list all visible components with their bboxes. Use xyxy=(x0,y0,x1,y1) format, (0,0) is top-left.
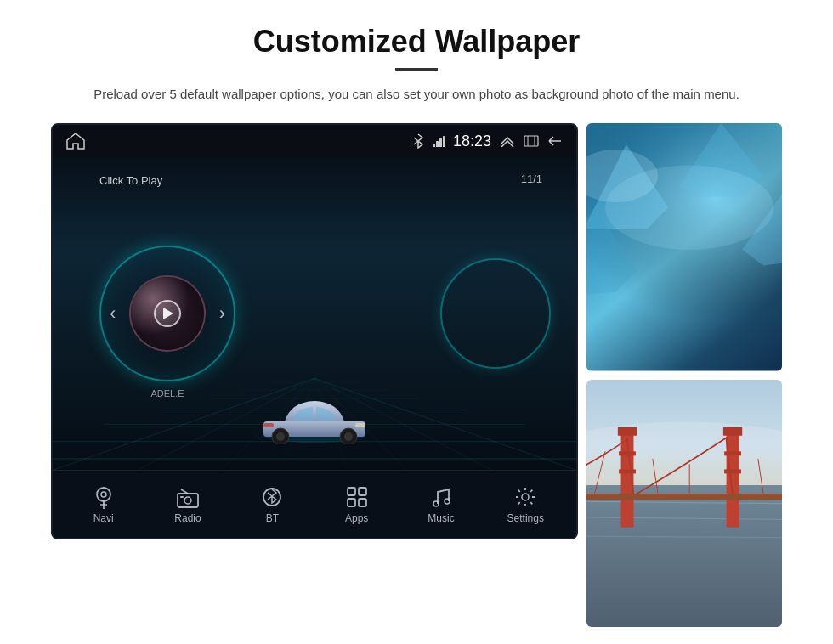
album-art[interactable] xyxy=(129,275,206,352)
svg-rect-38 xyxy=(180,496,184,498)
status-left xyxy=(66,133,85,150)
wallpaper-thumb-bridge[interactable] xyxy=(586,380,782,628)
nav-item-apps[interactable]: Apps xyxy=(327,485,387,524)
svg-rect-64 xyxy=(723,427,742,435)
artist-label: ADEL.E xyxy=(150,388,184,398)
svg-point-28 xyxy=(344,432,353,441)
album-art-inner xyxy=(131,277,204,350)
settings-icon xyxy=(513,485,537,509)
settings-label: Settings xyxy=(507,512,544,524)
svg-rect-35 xyxy=(178,494,198,507)
wallpaper-thumb-ice[interactable] xyxy=(586,123,782,371)
title-divider xyxy=(395,68,438,71)
page-description: Preload over 5 default wallpaper options… xyxy=(94,84,740,105)
home-icon xyxy=(66,133,85,150)
bottom-nav: Navi Radio xyxy=(53,470,576,538)
car-screen: 18:23 xyxy=(51,123,578,539)
back-icon xyxy=(547,135,563,147)
status-right: 18:23 xyxy=(412,133,563,150)
nav-item-radio[interactable]: Radio xyxy=(158,485,218,524)
svg-point-31 xyxy=(97,488,110,501)
svg-rect-2 xyxy=(439,138,442,147)
date-display: 11/1 xyxy=(521,172,542,185)
svg-rect-67 xyxy=(619,469,636,473)
svg-point-26 xyxy=(276,432,285,441)
svg-rect-1 xyxy=(436,141,439,147)
svg-rect-62 xyxy=(727,432,740,528)
right-circle xyxy=(440,258,551,369)
click-to-play-label: Click To Play xyxy=(99,174,162,187)
svg-rect-66 xyxy=(724,451,741,455)
car-svg xyxy=(255,389,374,444)
play-button[interactable] xyxy=(154,300,181,327)
music-label: Music xyxy=(428,512,454,524)
apps-label: Apps xyxy=(345,512,368,524)
car-silhouette xyxy=(255,389,374,444)
window-icon xyxy=(524,135,539,147)
svg-rect-41 xyxy=(359,488,366,495)
svg-point-46 xyxy=(522,494,529,500)
bluetooth-status-icon xyxy=(412,133,424,149)
bt-icon xyxy=(260,485,284,509)
svg-rect-29 xyxy=(355,423,366,427)
status-bar: 18:23 xyxy=(53,125,576,157)
nav-item-navi[interactable]: Navi xyxy=(74,485,133,524)
navi-icon xyxy=(92,485,116,509)
nav-item-bt[interactable]: BT xyxy=(242,485,302,524)
svg-rect-69 xyxy=(586,493,782,499)
bt-label: BT xyxy=(266,512,279,524)
radio-label: Radio xyxy=(174,512,201,524)
navi-label: Navi xyxy=(94,512,114,524)
screen-body: Click To Play 11/1 ADEL.E ‹ › xyxy=(53,157,576,470)
svg-rect-65 xyxy=(619,451,636,455)
svg-rect-40 xyxy=(348,488,355,495)
svg-rect-3 xyxy=(443,136,445,147)
music-icon xyxy=(429,485,453,509)
svg-rect-63 xyxy=(618,427,637,435)
up-arrows-icon xyxy=(500,135,515,147)
signal-icon xyxy=(433,135,445,147)
svg-rect-4 xyxy=(524,136,538,146)
main-content: 18:23 xyxy=(51,123,782,627)
prev-track-arrow[interactable]: ‹ xyxy=(110,302,116,325)
svg-rect-57 xyxy=(586,485,782,627)
play-triangle-icon xyxy=(163,308,173,319)
nav-item-music[interactable]: Music xyxy=(411,485,471,524)
time-display: 18:23 xyxy=(453,133,491,150)
svg-rect-0 xyxy=(433,144,435,147)
svg-rect-42 xyxy=(348,499,355,506)
svg-point-32 xyxy=(101,492,106,497)
radio-icon xyxy=(176,485,200,509)
album-circle[interactable]: ADEL.E ‹ › xyxy=(99,246,235,381)
svg-rect-68 xyxy=(724,469,741,473)
svg-rect-43 xyxy=(359,499,366,506)
next-track-arrow[interactable]: › xyxy=(219,302,225,325)
wallpaper-thumbnails xyxy=(586,123,782,627)
svg-rect-30 xyxy=(264,423,274,427)
svg-point-36 xyxy=(184,497,191,504)
page-title: Customized Wallpaper xyxy=(253,24,581,59)
nav-item-settings[interactable]: Settings xyxy=(496,485,555,524)
apps-icon xyxy=(345,485,369,509)
